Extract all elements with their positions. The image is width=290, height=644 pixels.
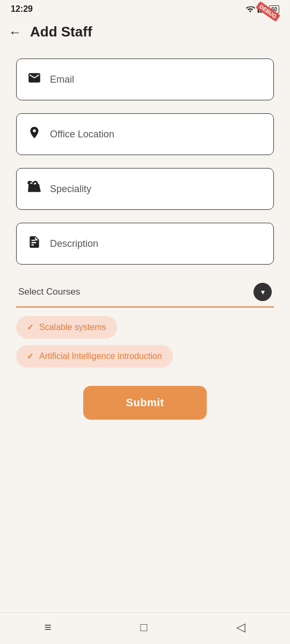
- chip-ai-intro[interactable]: ✓ Artificial Intelligence introduction: [16, 345, 173, 368]
- speciality-field[interactable]: Speciality: [16, 168, 274, 210]
- back-nav-icon[interactable]: ◁: [236, 620, 245, 634]
- chip-label-scalable: Scalable systems: [39, 323, 106, 332]
- status-bar: 12:29 60 DEBUG: [0, 0, 290, 16]
- bottom-navigation: ≡ □ ◁: [0, 612, 290, 644]
- email-field[interactable]: Email: [16, 58, 274, 100]
- chip-scalable-systems[interactable]: ✓ Scalable systems: [16, 316, 117, 339]
- speciality-icon: [27, 180, 41, 197]
- chips-container: ✓ Scalable systems ✓ Artificial Intellig…: [16, 308, 274, 368]
- office-location-placeholder: Office Location: [50, 129, 114, 140]
- location-icon: [27, 126, 41, 143]
- select-courses-container: Select Courses ▾ ✓ Scalable systems ✓ Ar…: [16, 277, 274, 368]
- email-placeholder: Email: [50, 74, 74, 85]
- page-title: Add Staff: [30, 24, 92, 40]
- form-content: Email Office Location Speciality Descrip…: [0, 48, 290, 447]
- description-icon: [27, 235, 41, 252]
- chip-label-ai: Artificial Intelligence introduction: [39, 352, 162, 361]
- submit-container: Submit: [16, 380, 274, 436]
- menu-icon[interactable]: ≡: [45, 620, 52, 634]
- description-field[interactable]: Description: [16, 223, 274, 265]
- dropdown-arrow-button[interactable]: ▾: [253, 283, 272, 301]
- home-icon[interactable]: □: [140, 620, 147, 634]
- status-time: 12:29: [11, 4, 33, 14]
- status-icons: 60 DEBUG: [245, 4, 279, 14]
- chip-check-icon: ✓: [27, 323, 34, 332]
- submit-button[interactable]: Submit: [83, 386, 207, 420]
- back-button[interactable]: ←: [9, 25, 21, 40]
- office-location-field[interactable]: Office Location: [16, 113, 274, 155]
- page-header: ← Add Staff: [0, 16, 290, 48]
- chip-check-icon-ai: ✓: [27, 352, 34, 361]
- speciality-placeholder: Speciality: [50, 184, 91, 195]
- wifi-icon: [245, 4, 255, 14]
- select-courses-label: Select Courses: [18, 287, 80, 297]
- description-placeholder: Description: [50, 238, 98, 250]
- email-icon: [27, 71, 41, 88]
- select-courses-row[interactable]: Select Courses ▾: [16, 277, 274, 308]
